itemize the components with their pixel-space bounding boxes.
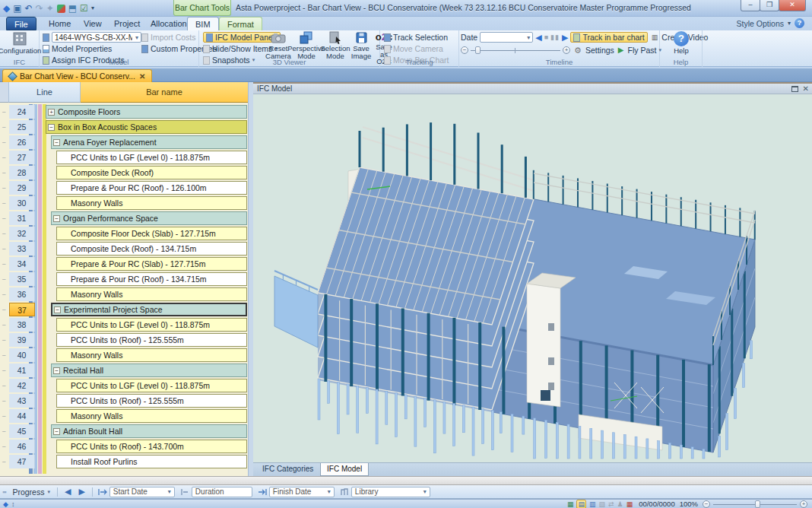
line-number[interactable]: 44 bbox=[9, 409, 35, 423]
collapse-icon[interactable]: − bbox=[53, 367, 60, 374]
duration-start-icon[interactable] bbox=[180, 488, 189, 496]
model-combo[interactable]: 1464-WYG-S-CB-XX-M3-001 (Revi ▾ bbox=[43, 32, 141, 43]
table-row[interactable]: ‒33Composite Deck (Roof) - 134.715m bbox=[0, 241, 248, 256]
checklist-icon[interactable]: ☑ bbox=[80, 2, 88, 14]
app-icon[interactable]: ◆ bbox=[3, 2, 10, 14]
collapse-icon[interactable]: − bbox=[53, 428, 60, 435]
line-number[interactable]: 33 bbox=[9, 242, 35, 256]
table-row[interactable]: ‒29Prepare & Pour RC (Roof) - 126.100m bbox=[0, 180, 248, 195]
line-number[interactable]: 37 bbox=[9, 303, 35, 316]
summary-bar-cell[interactable]: +Composite Floors bbox=[46, 105, 247, 119]
nav-diamond-icon[interactable]: ◆ bbox=[3, 500, 8, 508]
play-button[interactable]: ▶ bbox=[562, 33, 568, 43]
task-bar-cell[interactable]: Install Roof Purlins bbox=[56, 455, 247, 468]
line-number[interactable]: 47 bbox=[9, 455, 35, 468]
task-bar-cell[interactable]: Prepare & Pour RC (Slab) - 127.715m bbox=[56, 257, 247, 271]
assign-model-icon[interactable]: ⬒ bbox=[68, 2, 77, 14]
table-row[interactable]: ‒28Composite Deck (Roof) bbox=[0, 165, 248, 180]
histogram-view-icon[interactable]: ▥ bbox=[589, 500, 596, 508]
document-tab[interactable]: Bar Chart View - BCU Conserv... ✕ bbox=[2, 69, 152, 82]
task-bar-cell[interactable]: PCC Units to (Roof) - 125.555m bbox=[56, 394, 247, 408]
fly-past-button[interactable]: Fly Past bbox=[628, 46, 657, 55]
line-number[interactable]: 26 bbox=[9, 135, 35, 149]
split-view-icon[interactable]: ▦ bbox=[567, 500, 574, 508]
line-number[interactable]: 43 bbox=[9, 394, 35, 408]
table-row[interactable]: ‒44Masonry Walls bbox=[0, 408, 248, 424]
summary-bar-cell[interactable]: −Box in Box Acoustic Spaces bbox=[46, 120, 247, 134]
table-row[interactable]: ‒41−Recital Hall bbox=[0, 363, 248, 378]
library-icon[interactable] bbox=[340, 488, 349, 496]
slider-thumb[interactable] bbox=[475, 46, 481, 54]
task-bar-cell[interactable]: Prepare & Pour RC (Roof) - 126.100m bbox=[56, 181, 247, 195]
jump-back-button[interactable]: ◀ bbox=[61, 486, 75, 497]
library-filter[interactable]: Library ▾ bbox=[351, 487, 430, 497]
zoom-slider-thumb[interactable] bbox=[755, 500, 760, 508]
duration-filter[interactable]: Duration bbox=[192, 487, 252, 497]
collapse-icon[interactable]: − bbox=[54, 306, 61, 313]
line-number[interactable]: 29 bbox=[9, 181, 35, 195]
save-image-button[interactable]: Save Image bbox=[350, 31, 373, 59]
restore-button[interactable]: ❒ bbox=[760, 0, 779, 11]
zoom-in-button[interactable]: + bbox=[800, 500, 807, 508]
task-bar-cell[interactable]: Prepare & Pour RC (Roof) - 134.715m bbox=[56, 272, 247, 286]
task-bar-cell[interactable]: PCC Units to LGF (Level 0) - 118.875m bbox=[56, 151, 247, 164]
bim-3d-model[interactable] bbox=[253, 95, 812, 462]
line-number[interactable]: 31 bbox=[9, 211, 35, 225]
close-button[interactable]: ✕ bbox=[779, 0, 806, 11]
table-row[interactable]: ‒47Install Roof Purlins bbox=[0, 454, 248, 469]
undo-icon[interactable]: ↶ bbox=[25, 2, 33, 14]
line-number[interactable]: 45 bbox=[9, 424, 35, 438]
import-costs-button[interactable]: Import Costs bbox=[141, 32, 196, 43]
bar-name-column-header[interactable]: Bar name bbox=[81, 82, 248, 103]
color-cube-icon[interactable] bbox=[57, 5, 65, 13]
print-preview-icon[interactable]: ✦ bbox=[46, 2, 54, 14]
line-column-header[interactable]: Line bbox=[9, 82, 81, 103]
task-bar-cell[interactable]: PCC Units to LGF (Level 0) - 118.875m bbox=[56, 318, 247, 332]
task-bar-cell[interactable]: Composite Deck (Roof) bbox=[56, 166, 247, 179]
table-view-icon[interactable]: ▦ bbox=[626, 500, 633, 508]
toolbar-grip[interactable]: ▪▪ bbox=[2, 488, 5, 496]
table-row[interactable]: ‒25−Box in Box Acoustic Spaces bbox=[0, 119, 248, 135]
help-button[interactable]: ? Help bbox=[667, 31, 696, 59]
task-bar-cell[interactable]: PCC Units to (Roof) - 125.555m bbox=[56, 333, 247, 347]
table-row[interactable]: ‒24+Composite Floors bbox=[0, 104, 248, 119]
table-row[interactable]: ‒36Masonry Walls bbox=[0, 287, 248, 302]
line-number[interactable]: 40 bbox=[9, 348, 35, 362]
tab-format[interactable]: Format bbox=[219, 17, 262, 30]
perspective-mode-button[interactable]: Perspective Mode bbox=[292, 31, 321, 59]
line-number[interactable]: 25 bbox=[9, 120, 35, 134]
start-date-filter[interactable]: Start Date ▾ bbox=[109, 487, 175, 497]
minimize-button[interactable]: ‒ bbox=[741, 0, 760, 11]
jump-forward-button[interactable]: ▶ bbox=[75, 486, 88, 497]
reset-camera-button[interactable]: Reset Camera bbox=[266, 31, 290, 59]
bar-chart-view-icon[interactable]: ▤ bbox=[576, 500, 586, 508]
line-number[interactable]: 34 bbox=[9, 257, 35, 271]
table-row[interactable]: ‒32Composite Floor Deck (Slab) - 127.715… bbox=[0, 226, 248, 241]
line-number[interactable]: 30 bbox=[9, 196, 35, 210]
step-back-button[interactable]: ◀ bbox=[535, 33, 541, 43]
task-bar-cell[interactable]: Masonry Walls bbox=[56, 409, 247, 423]
model-properties-button[interactable]: Model Properties bbox=[43, 43, 112, 54]
summary-bar-cell[interactable]: −Experimental Project Space bbox=[51, 303, 247, 316]
save-icon[interactable]: ▣ bbox=[13, 2, 21, 14]
tab-ifc-categories[interactable]: IFC Categories bbox=[256, 463, 319, 476]
line-number[interactable]: 39 bbox=[9, 333, 35, 347]
tab-home[interactable]: Home bbox=[41, 17, 78, 30]
summary-bar-cell[interactable]: −Adrian Boult Hall bbox=[51, 424, 247, 438]
summary-bar-cell[interactable]: −Recital Hall bbox=[51, 364, 247, 377]
collapse-icon[interactable]: − bbox=[53, 215, 60, 222]
table-row[interactable]: ‒35Prepare & Pour RC (Roof) - 134.715m bbox=[0, 271, 248, 287]
close-pane-icon[interactable]: ✕ bbox=[803, 84, 809, 94]
table-row[interactable]: ‒34Prepare & Pour RC (Slab) - 127.715m bbox=[0, 256, 248, 271]
timeline-zoom-in-button[interactable]: + bbox=[563, 46, 570, 54]
table-row[interactable]: ‒40Masonry Walls bbox=[0, 348, 248, 363]
redo-icon[interactable]: ↷ bbox=[36, 2, 43, 14]
task-bar-cell[interactable]: Masonry Walls bbox=[56, 348, 247, 362]
stop-button[interactable]: ■ bbox=[544, 33, 548, 41]
model-combo-value[interactable]: 1464-WYG-S-CB-XX-M3-001 (Revi ▾ bbox=[52, 32, 141, 43]
selection-mode-button[interactable]: Selection Mode bbox=[322, 31, 348, 59]
task-bar-cell[interactable]: Composite Deck (Roof) - 134.715m bbox=[56, 242, 247, 256]
finish-date-filter[interactable]: Finish Date ▾ bbox=[269, 487, 335, 497]
task-bar-cell[interactable]: Masonry Walls bbox=[56, 287, 247, 301]
collapse-icon[interactable]: − bbox=[53, 139, 60, 146]
